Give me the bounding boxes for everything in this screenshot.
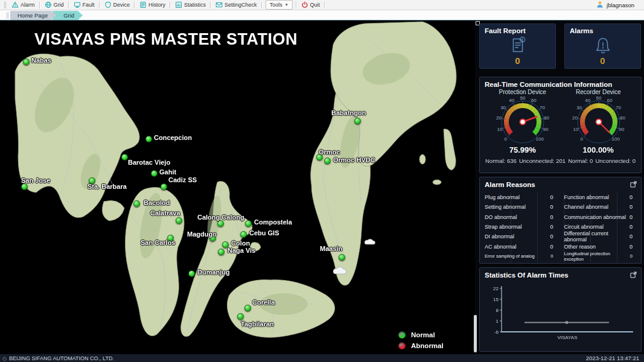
tools-menu-button[interactable]: Tools ▼ — [266, 0, 293, 10]
toolbar-separator — [296, 2, 297, 8]
device-menu-button[interactable]: Device — [101, 0, 134, 10]
svg-text:0: 0 — [566, 320, 569, 325]
svg-text:30: 30 — [576, 105, 582, 110]
svg-text:70: 70 — [615, 105, 620, 110]
alarm-reason-row: Channel abnormal0 — [564, 202, 637, 212]
svg-text:22: 22 — [493, 286, 499, 291]
alarm-reason-count: 0 — [547, 253, 553, 259]
menu-item-label: Grid — [54, 2, 64, 8]
svg-text:100: 100 — [611, 136, 620, 142]
toolbar-grip — [4, 2, 6, 8]
station-marker-naga-vis[interactable] — [218, 249, 225, 255]
statistics-icon — [175, 1, 182, 8]
station-marker-maasin[interactable] — [339, 254, 345, 261]
statistics-menu-button[interactable]: Statistics — [171, 0, 209, 10]
station-marker-tagbilaran[interactable] — [237, 313, 244, 320]
tab-grid[interactable]: Grid — [53, 11, 83, 20]
station-label: Calatrava — [150, 209, 180, 217]
protection-device-gauge: Protection Device 0102030405060708090100… — [485, 89, 561, 154]
fault-report-card[interactable]: Fault Report 0 — [479, 24, 556, 69]
settingcheck-menu-button[interactable]: SettingCheck — [212, 0, 261, 10]
alarm-statistics-title: Statistics Of Alarm Times — [485, 272, 636, 279]
station-marker-concepcion[interactable] — [145, 136, 152, 142]
alarm-reason-label: Setting abnormal — [485, 204, 526, 210]
svg-text:50: 50 — [596, 95, 601, 101]
grid-menu-button[interactable]: Grid — [41, 0, 68, 10]
communication-info-title: Real-Time Communication Information — [485, 81, 636, 88]
station-marker-corella[interactable] — [244, 305, 251, 311]
svg-text:-6: -6 — [494, 329, 499, 335]
station-label: Calong Calong — [197, 214, 244, 221]
station-marker-cebu-gis[interactable] — [240, 231, 247, 238]
station-label: Maasin — [320, 245, 342, 252]
history-menu-button[interactable]: History — [136, 0, 169, 10]
station-marker-calong-calong[interactable] — [217, 220, 224, 227]
svg-text:80: 80 — [620, 115, 625, 121]
company-name: BEIJING SIFANG AUTOMATION CO., LTD. — [9, 355, 114, 361]
alarm-reason-label: DO abnormal — [485, 214, 517, 220]
alarm-reasons-panel: Alarm Reasons Plug abnormal0Setting abno… — [479, 177, 642, 264]
station-marker-compostela[interactable] — [245, 220, 252, 227]
alarms-card[interactable]: Alarms 0 — [564, 24, 641, 69]
station-label: Magdugo — [187, 230, 217, 238]
legend-label: Abnormal — [411, 342, 444, 349]
svg-text:60: 60 — [531, 98, 537, 103]
tab-home-page[interactable]: Home Page — [10, 11, 56, 20]
alarms-count: 0 — [565, 56, 640, 66]
menu-item-label: History — [148, 2, 165, 8]
station-marker-dumanjug[interactable] — [188, 270, 195, 277]
map-legend: NormalAbnormal — [398, 329, 444, 351]
alarm-reason-count: 0 — [626, 233, 633, 240]
alarm-reason-label: AC abnormal — [485, 244, 517, 250]
alarm-reason-row: Error sampling of analog0 — [485, 252, 557, 261]
alarms-title: Alarms — [570, 27, 636, 34]
alarm-reason-row: Differential current abnormal0 — [564, 232, 637, 241]
svg-text:50: 50 — [520, 95, 526, 101]
station-label: Compostela — [254, 218, 292, 226]
recorder-device-dial: 0102030405060708090100 — [561, 95, 637, 153]
station-marker-bacolod[interactable] — [133, 200, 140, 207]
alarm-reason-count: 0 — [547, 224, 553, 230]
svg-text:90: 90 — [619, 127, 624, 132]
station-marker-babatngon[interactable] — [354, 118, 361, 124]
fault-menu-button[interactable]: Fault — [70, 0, 98, 10]
alarm-reason-row: AC abnormal0 — [485, 241, 557, 251]
alarm-reason-row: Function abnormal0 — [564, 192, 637, 202]
alarm-reason-row: Strap abnormal0 — [485, 222, 557, 232]
station-label: San Carlos — [141, 239, 175, 246]
toolbar-separator — [261, 2, 263, 8]
svg-text:15: 15 — [493, 297, 499, 302]
communication-info-panel: Real-Time Communication Information Prot… — [479, 77, 642, 173]
alarm-reason-count: 0 — [547, 194, 553, 200]
map-title: VISAYAS PMS MASTER STATION — [34, 30, 298, 49]
legend-dot — [398, 331, 406, 338]
station-label: Colon — [231, 240, 250, 247]
tools-label: Tools — [270, 2, 282, 8]
map-islands-svg — [0, 21, 475, 354]
station-marker-gahit[interactable] — [151, 170, 158, 177]
alarm-reason-row: Communication abnormal0 — [564, 212, 637, 222]
visayas-map[interactable]: VISAYAS PMS MASTER STATION NabasConcepci… — [0, 21, 475, 354]
alarm-reason-count: 0 — [547, 244, 553, 250]
expand-alarm-reasons-icon[interactable] — [630, 181, 637, 188]
expand-statistics-icon[interactable] — [630, 272, 637, 278]
alarm-reason-count: 0 — [626, 194, 633, 200]
alarm-reason-row: DI abnormal0 — [485, 232, 557, 241]
alarm-reason-label: Longitudinal protection exception — [564, 251, 627, 262]
alarm-menu-button[interactable]: Alarm — [8, 0, 39, 10]
station-marker-nabas[interactable] — [23, 59, 30, 65]
station-marker-cadiz-ss[interactable] — [161, 183, 167, 190]
quit-button[interactable]: Quit — [298, 0, 324, 10]
svg-text:0: 0 — [580, 136, 583, 142]
station-marker-san-jose[interactable] — [21, 183, 28, 190]
station-label: Dumanjug — [197, 268, 230, 276]
legend-label: Normal — [411, 331, 435, 338]
station-marker-ormoc-hvdc[interactable] — [324, 157, 331, 164]
settingcheck-icon — [215, 1, 223, 8]
station-marker-calatrava[interactable] — [176, 217, 182, 224]
user-account[interactable]: jblagnason — [596, 1, 634, 10]
station-label: Naga Vis — [228, 247, 255, 254]
station-marker-barotac-viejo[interactable] — [121, 154, 128, 160]
legend-item-normal: Normal — [398, 329, 444, 340]
svg-text:100: 100 — [536, 136, 544, 142]
